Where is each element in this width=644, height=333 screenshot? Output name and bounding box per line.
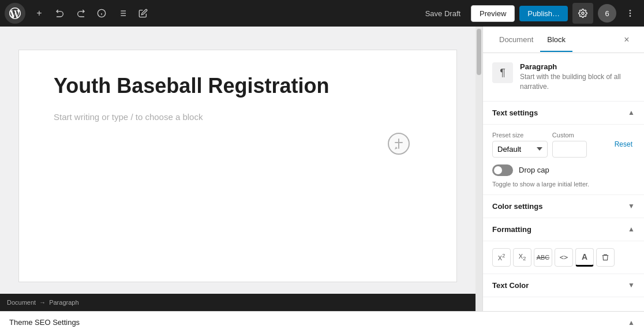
- formatting-chevron: ▲: [628, 225, 635, 233]
- block-title: Paragraph: [520, 62, 635, 71]
- wordpress-logo[interactable]: [5, 3, 25, 24]
- custom-label: Custom: [552, 132, 608, 139]
- text-color-header[interactable]: Text Color ▼: [483, 274, 644, 297]
- sidebar-header: Document Block ×: [483, 27, 644, 53]
- text-color-chevron: ▼: [628, 281, 635, 289]
- user-avatar-button[interactable]: 6: [598, 4, 616, 23]
- block-placeholder[interactable]: Start writing or type / to choose a bloc…: [54, 112, 422, 122]
- subscript-button[interactable]: X2: [513, 248, 531, 267]
- preview-button[interactable]: Preview: [471, 5, 515, 22]
- footer-document-label: Document: [7, 299, 36, 306]
- color-settings-header[interactable]: Color settings ▼: [483, 195, 644, 218]
- inline-code-button[interactable]: <>: [555, 248, 573, 267]
- text-settings-chevron: ▲: [628, 108, 635, 117]
- drop-cap-toggle[interactable]: [492, 164, 513, 176]
- editor-scrollbar[interactable]: [475, 27, 482, 311]
- svg-point-10: [630, 10, 631, 12]
- add-block-button[interactable]: +: [30, 4, 48, 23]
- toggle-slider: [492, 164, 513, 176]
- settings-button[interactable]: [572, 3, 593, 24]
- paragraph-icon: ¶: [492, 62, 513, 83]
- superscript-button[interactable]: X2: [492, 248, 511, 267]
- svg-point-11: [630, 13, 631, 14]
- preset-size-label: Preset size: [492, 132, 548, 139]
- bottom-bar: Theme SEO Settings ▲: [0, 311, 644, 333]
- drop-cap-row: Drop cap: [492, 164, 635, 176]
- theme-seo-label: Theme SEO Settings: [9, 318, 80, 327]
- save-draft-button[interactable]: Save Draft: [420, 6, 466, 21]
- sidebar-panel: Document Block × ¶ Paragraph Start with …: [482, 27, 644, 311]
- footer-paragraph-label: Paragraph: [49, 299, 78, 306]
- more-options-button[interactable]: [621, 4, 639, 23]
- redo-button[interactable]: [72, 4, 90, 23]
- text-settings-content: Preset size Default Custom Reset: [483, 125, 644, 195]
- editor-canvas[interactable]: Youth Baseball Registration Start writin…: [18, 50, 457, 282]
- list-view-button[interactable]: [113, 4, 132, 23]
- text-color-button[interactable]: A: [575, 248, 594, 267]
- info-button[interactable]: [92, 4, 111, 23]
- formatting-content: X2 X2 ABC <> A: [483, 241, 644, 274]
- block-info-text: Paragraph Start with the building block …: [520, 62, 635, 92]
- editor-footer: Document → Paragraph: [0, 294, 475, 311]
- text-settings-header[interactable]: Text settings ▲: [483, 102, 644, 125]
- formatting-title: Formatting: [492, 225, 531, 234]
- tab-document[interactable]: Document: [492, 28, 540, 52]
- editor-area: Youth Baseball Registration Start writin…: [0, 27, 475, 311]
- format-buttons-row: X2 X2 ABC <> A: [492, 248, 635, 267]
- theme-seo-chevron[interactable]: ▲: [628, 319, 635, 327]
- reset-button[interactable]: Reset: [612, 138, 635, 151]
- svg-point-9: [582, 12, 584, 14]
- publish-button[interactable]: Publish…: [519, 6, 568, 21]
- cursor-icon: [387, 131, 410, 159]
- text-color-title: Text Color: [492, 281, 529, 290]
- preset-size-col: Preset size Default: [492, 132, 548, 158]
- text-settings-title: Text settings: [492, 108, 538, 117]
- tab-block[interactable]: Block: [540, 28, 572, 52]
- block-description: Start with the building block of all nar…: [520, 72, 635, 92]
- footer-arrow: →: [39, 299, 46, 306]
- edit-button[interactable]: [134, 4, 152, 23]
- editor-scroll[interactable]: Youth Baseball Registration Start writin…: [0, 27, 475, 294]
- svg-point-12: [630, 15, 631, 17]
- drop-cap-description: Toggle to show a large initial letter.: [492, 181, 635, 188]
- color-settings-title: Color settings: [492, 202, 542, 211]
- block-info-section: ¶ Paragraph Start with the building bloc…: [483, 53, 644, 102]
- page-title: Youth Baseball Registration: [54, 73, 422, 98]
- custom-size-input[interactable]: [552, 141, 587, 158]
- undo-button[interactable]: [51, 4, 69, 23]
- drop-cap-label: Drop cap: [519, 166, 549, 174]
- preset-size-select[interactable]: Default: [492, 141, 548, 158]
- preset-size-row: Preset size Default Custom Reset: [492, 132, 635, 158]
- clear-formatting-button[interactable]: [596, 248, 615, 267]
- formatting-header[interactable]: Formatting ▲: [483, 218, 644, 241]
- color-settings-chevron: ▼: [628, 202, 635, 210]
- strikethrough-button[interactable]: ABC: [534, 248, 552, 267]
- custom-col: Custom: [552, 132, 608, 158]
- sidebar-close-button[interactable]: ×: [619, 32, 635, 48]
- main-area: Youth Baseball Registration Start writin…: [0, 27, 644, 311]
- scrollbar-thumb[interactable]: [477, 29, 481, 75]
- toolbar: + Save Draft Preview Publish… 6: [0, 0, 644, 27]
- sidebar-content: ¶ Paragraph Start with the building bloc…: [483, 53, 644, 311]
